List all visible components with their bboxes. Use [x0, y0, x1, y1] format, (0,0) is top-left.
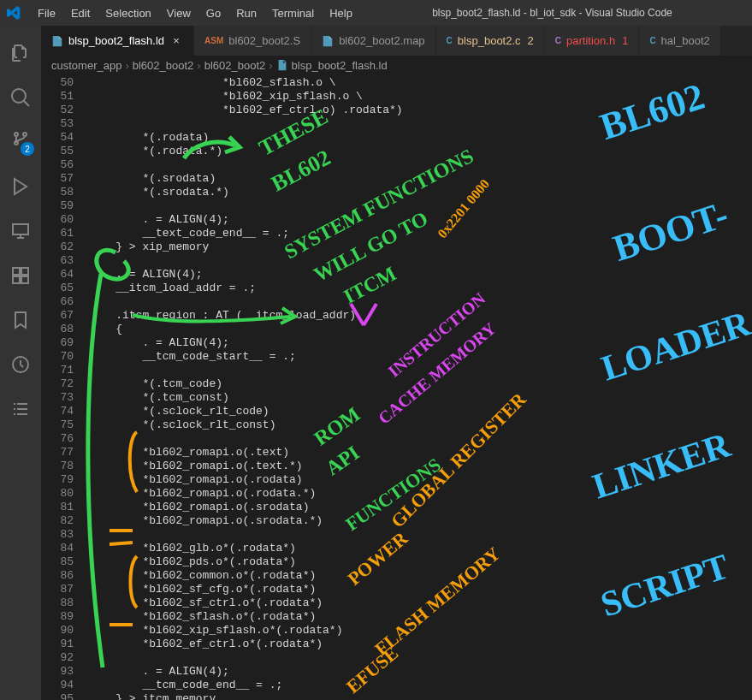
code-line[interactable]: *bl602_romapi.o(.text.*)	[89, 460, 752, 473]
code-line[interactable]: *bl602_xip_sflash.o \	[89, 90, 752, 104]
line-number: 60	[41, 213, 74, 227]
activity-explorer[interactable]	[0, 33, 41, 74]
activity-outline[interactable]	[0, 389, 41, 430]
menu-view[interactable]: View	[160, 3, 198, 23]
code-line[interactable]: *(.sclock_rlt_code)	[89, 405, 752, 418]
file-type-icon: C	[447, 36, 453, 45]
clock-icon	[10, 354, 31, 375]
code-content[interactable]: *bl602_sflash.o \ *bl602_xip_sflash.o \ …	[89, 74, 752, 700]
code-line[interactable]	[89, 158, 752, 172]
line-number: 91	[41, 638, 74, 651]
breadcrumb-segment[interactable]: bl602_boot2	[133, 59, 194, 72]
activity-timeline[interactable]	[0, 344, 41, 385]
menu-help[interactable]: Help	[323, 3, 359, 23]
line-number: 66	[41, 295, 74, 309]
line-number: 58	[41, 186, 74, 199]
code-line[interactable]	[89, 117, 752, 131]
menu-selection[interactable]: Selection	[98, 3, 157, 23]
line-number: 77	[41, 446, 74, 460]
code-line[interactable]: . = ALIGN(4);	[89, 268, 752, 282]
code-line[interactable]: *bl602_xip_sflash.o*(.rodata*)	[89, 624, 752, 638]
code-line[interactable]: . = ALIGN(4);	[89, 213, 752, 227]
line-number: 50	[41, 76, 74, 90]
code-line[interactable]	[89, 432, 752, 446]
activity-extensions[interactable]	[0, 255, 41, 296]
vscode-logo-icon	[7, 6, 21, 20]
breadcrumb-segment[interactable]: blsp_boot2_flash.ld	[292, 59, 388, 72]
code-line[interactable]: *(.rodata.*)	[89, 145, 752, 158]
editor-tab[interactable]: blsp_boot2_flash.ld×	[41, 26, 194, 56]
line-number: 81	[41, 501, 74, 514]
tab-label: bl602_boot2.map	[339, 34, 424, 47]
code-line[interactable]: __text_code_end__ = .;	[89, 227, 752, 240]
code-line[interactable]: *bl602_common.o*(.rodata*)	[89, 569, 752, 583]
menu-terminal[interactable]: Terminal	[265, 3, 321, 23]
code-line[interactable]: *bl602_romapi.o(.rodata.*)	[89, 487, 752, 501]
code-line[interactable]: .itcm_region : AT (__itcm_load_addr)	[89, 309, 752, 323]
line-number: 54	[41, 131, 74, 145]
file-icon	[276, 59, 288, 71]
line-number: 55	[41, 145, 74, 158]
code-line[interactable]: } > itcm_memory	[89, 692, 752, 700]
code-line[interactable]: *bl602_glb.o*(.rodata*)	[89, 542, 752, 555]
code-line[interactable]	[89, 651, 752, 665]
code-line[interactable]: *bl602_sflash.o*(.rodata*)	[89, 610, 752, 624]
code-line[interactable]: __tcm_code_start__ = .;	[89, 350, 752, 364]
editor-tab[interactable]: Chal_boot2	[639, 26, 720, 56]
line-number: 88	[41, 596, 74, 610]
code-line[interactable]: *bl602_sf_ctrl.o*(.rodata*)	[89, 596, 752, 610]
menu-run[interactable]: Run	[229, 3, 263, 23]
code-line[interactable]	[89, 364, 752, 377]
activity-run[interactable]	[0, 166, 41, 207]
code-line[interactable]	[89, 295, 752, 309]
code-editor[interactable]: 5051525354555657585960616263646566676869…	[41, 74, 752, 700]
code-line[interactable]: *bl602_romapi.o(.srodata)	[89, 501, 752, 514]
code-line[interactable]: *bl602_sflash.o \	[89, 76, 752, 90]
code-line[interactable]: . = ALIGN(4);	[89, 665, 752, 679]
code-line[interactable]: {	[89, 323, 752, 336]
code-line[interactable]: *(.srodata)	[89, 172, 752, 186]
code-line[interactable]: *bl602_romapi.o(.srodata.*)	[89, 514, 752, 528]
code-line[interactable]: *(.tcm_const)	[89, 391, 752, 405]
run-debug-icon	[10, 176, 31, 197]
breadcrumb-segment[interactable]: customer_app	[51, 59, 121, 72]
close-icon[interactable]: ×	[169, 34, 183, 48]
activity-scm[interactable]: 2	[0, 122, 41, 163]
code-line[interactable]: *bl602_pds.o*(.rodata*)	[89, 555, 752, 569]
line-number-gutter: 5051525354555657585960616263646566676869…	[41, 74, 89, 700]
editor-tab[interactable]: bl602_boot2.map	[311, 26, 435, 56]
code-line[interactable]: } > xip_memory	[89, 240, 752, 254]
code-line[interactable]: *bl602_ef_ctrl.o) .rodata*)	[89, 104, 752, 117]
menu-file[interactable]: File	[31, 3, 62, 23]
activity-search[interactable]	[0, 77, 41, 118]
line-number: 64	[41, 268, 74, 282]
file-type-icon: C	[649, 36, 655, 45]
editor-tab[interactable]: Cpartition.h1	[545, 26, 640, 56]
editor-tab[interactable]: Cblsp_boot2.c2	[436, 26, 545, 56]
code-line[interactable]: *bl602_sf_cfg.o*(.rodata*)	[89, 583, 752, 596]
line-number: 63	[41, 254, 74, 268]
breadcrumb-segment[interactable]: bl602_boot2	[204, 59, 266, 72]
code-line[interactable]: *bl602_ef_ctrl.o*(.rodata*)	[89, 638, 752, 651]
code-line[interactable]: __tcm_code_end__ = .;	[89, 679, 752, 692]
code-line[interactable]: *(.srodata.*)	[89, 186, 752, 199]
activity-bookmark[interactable]	[0, 300, 41, 341]
code-line[interactable]: *(.tcm_code)	[89, 377, 752, 391]
activity-bar: 2	[0, 26, 41, 700]
code-line[interactable]	[89, 528, 752, 542]
menu-edit[interactable]: Edit	[64, 3, 97, 23]
code-line[interactable]: *bl602_romapi.o(.rodata)	[89, 473, 752, 487]
menu-go[interactable]: Go	[199, 3, 228, 23]
code-line[interactable]	[89, 254, 752, 268]
code-line[interactable]: __itcm_load_addr = .;	[89, 282, 752, 295]
editor-tab[interactable]: ASMbl602_boot2.S	[194, 26, 311, 56]
bookmark-icon	[10, 310, 31, 330]
code-line[interactable]: . = ALIGN(4);	[89, 336, 752, 350]
code-line[interactable]: *(.rodata)	[89, 131, 752, 145]
line-number: 93	[41, 665, 74, 679]
code-line[interactable]	[89, 199, 752, 213]
activity-remote[interactable]	[0, 211, 41, 252]
code-line[interactable]: *bl602_romapi.o(.text)	[89, 446, 752, 460]
breadcrumb[interactable]: customer_app › bl602_boot2 › bl602_boot2…	[41, 56, 752, 74]
code-line[interactable]: *(.sclock_rlt_const)	[89, 418, 752, 432]
